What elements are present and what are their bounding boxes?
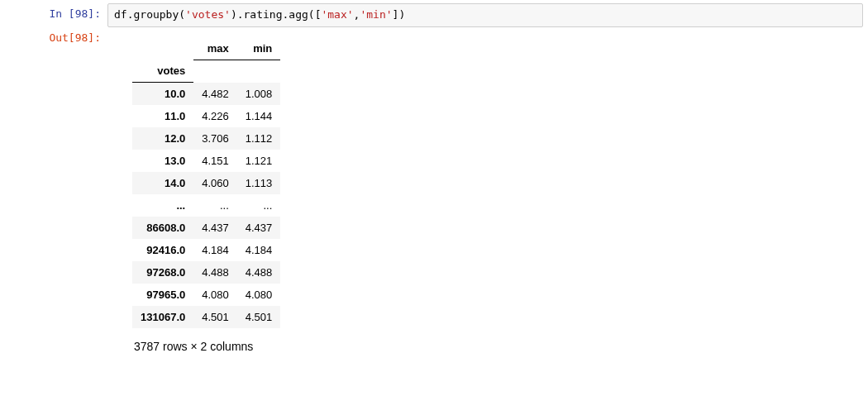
header-blank xyxy=(132,37,193,60)
cell-value: ... xyxy=(193,194,237,217)
cell-value: 4.060 xyxy=(193,172,237,194)
column-header-max: max xyxy=(193,37,237,60)
cell-value: 4.501 xyxy=(237,306,281,328)
row-index: 10.0 xyxy=(132,83,193,106)
result-dataframe: max min votes 10.0 4.482 1.008 11.0 4.22 xyxy=(132,37,280,329)
row-index: 13.0 xyxy=(132,150,193,172)
input-cell: In [98]: df.groupby('votes').rating.agg(… xyxy=(0,3,868,27)
row-index: 97965.0 xyxy=(132,284,193,306)
cell-value: 4.501 xyxy=(193,306,237,328)
output-prompt: Out[98]: xyxy=(0,27,107,47)
cell-value: 4.488 xyxy=(193,261,237,284)
row-index: ... xyxy=(132,194,193,217)
cell-value: 4.151 xyxy=(193,150,237,172)
row-index: 12.0 xyxy=(132,127,193,150)
table-row: 97965.0 4.080 4.080 xyxy=(132,284,280,306)
cell-value: 1.144 xyxy=(237,105,281,127)
table-row: 14.0 4.060 1.113 xyxy=(132,172,280,194)
index-name: votes xyxy=(132,60,193,83)
cell-value: ... xyxy=(237,194,281,217)
table-row: 97268.0 4.488 4.488 xyxy=(132,261,280,284)
code-string: 'votes' xyxy=(185,8,231,21)
cell-value: 4.080 xyxy=(237,284,281,306)
row-index: 86608.0 xyxy=(132,217,193,239)
cell-value: 4.184 xyxy=(193,239,237,261)
table-row: 11.0 4.226 1.144 xyxy=(132,105,280,127)
cell-value: 1.113 xyxy=(237,172,281,194)
code-text: df.groupby( xyxy=(114,8,185,21)
column-header-min: min xyxy=(237,37,281,60)
cell-value: 1.121 xyxy=(237,150,281,172)
table-row: 86608.0 4.437 4.437 xyxy=(132,217,280,239)
cell-value: 4.226 xyxy=(193,105,237,127)
row-index: 131067.0 xyxy=(132,306,193,328)
code-string: 'max' xyxy=(321,8,353,21)
header-blank xyxy=(193,60,237,83)
row-index: 97268.0 xyxy=(132,261,193,284)
table-row: 12.0 3.706 1.112 xyxy=(132,127,280,150)
cell-value: 1.112 xyxy=(237,127,281,150)
table-row: 92416.0 4.184 4.184 xyxy=(132,239,280,261)
cell-value: 1.008 xyxy=(237,83,281,106)
cell-value: 4.488 xyxy=(237,261,281,284)
cell-value: 4.184 xyxy=(237,239,281,261)
input-prompt: In [98]: xyxy=(0,3,107,23)
code-input[interactable]: df.groupby('votes').rating.agg(['max','m… xyxy=(107,3,863,27)
output-area: max min votes 10.0 4.482 1.008 11.0 4.22 xyxy=(107,27,868,354)
cell-value: 4.482 xyxy=(193,83,237,106)
table-row: 13.0 4.151 1.121 xyxy=(132,150,280,172)
code-string: 'min' xyxy=(360,8,392,21)
row-index: 92416.0 xyxy=(132,239,193,261)
row-index: 11.0 xyxy=(132,105,193,127)
cell-value: 4.437 xyxy=(193,217,237,239)
table-row: ... ... ... xyxy=(132,194,280,217)
cell-value: 4.437 xyxy=(237,217,281,239)
cell-value: 4.080 xyxy=(193,284,237,306)
header-blank xyxy=(237,60,281,83)
table-row: 131067.0 4.501 4.501 xyxy=(132,306,280,328)
code-text: ).rating.agg([ xyxy=(231,8,322,21)
output-cell: Out[98]: max min votes 10.0 4.482 xyxy=(0,27,868,354)
code-text: ]) xyxy=(393,8,406,21)
row-index: 14.0 xyxy=(132,172,193,194)
table-row: 10.0 4.482 1.008 xyxy=(132,83,280,106)
cell-value: 3.706 xyxy=(193,127,237,150)
dataframe-shape-text: 3787 rows × 2 columns xyxy=(132,328,868,353)
